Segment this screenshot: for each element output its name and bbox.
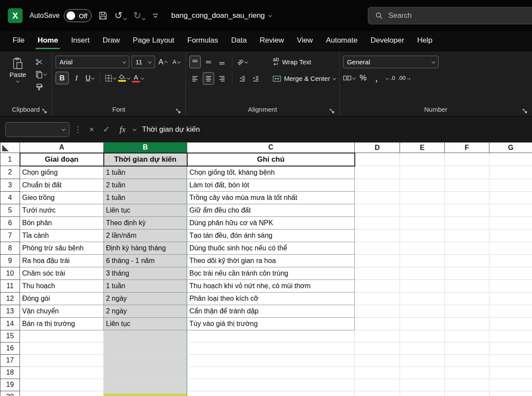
row-header-18[interactable]: 18 (0, 366, 20, 379)
cell-C20[interactable] (187, 391, 355, 396)
cell-B11[interactable]: 1 tuần (104, 280, 187, 292)
cell-D18[interactable] (355, 366, 400, 379)
cell-F19[interactable] (445, 379, 489, 391)
cell-B12[interactable]: 2 ngày (104, 292, 187, 305)
cell-F8[interactable] (445, 242, 489, 254)
cell-G15[interactable] (489, 330, 532, 342)
cell-B19[interactable] (104, 379, 187, 391)
cell-B18[interactable] (104, 366, 187, 379)
cell-G7[interactable] (489, 229, 532, 242)
cell-B10[interactable]: 3 tháng (104, 267, 187, 280)
bold-button[interactable]: B (56, 72, 69, 84)
row-header-10[interactable]: 10 (0, 267, 20, 280)
cell-G9[interactable] (489, 254, 532, 267)
orientation-button[interactable]: ab (237, 56, 248, 68)
cell-E2[interactable] (400, 166, 445, 179)
cell-A20[interactable] (20, 391, 104, 396)
cell-D8[interactable] (355, 242, 400, 254)
cell-E11[interactable] (400, 280, 445, 292)
cell-B13[interactable]: 2 ngày (104, 305, 187, 317)
clipboard-dialog-launcher[interactable] (42, 108, 47, 114)
row-header-9[interactable]: 9 (0, 254, 20, 267)
cell-A10[interactable]: Chăm sóc trái (20, 267, 104, 280)
middle-align-button[interactable] (203, 56, 214, 68)
number-dialog-launcher[interactable] (522, 108, 528, 114)
formula-content[interactable]: Thời gian dự kiến (142, 125, 200, 134)
italic-button[interactable]: I (71, 72, 82, 84)
align-center-button[interactable] (203, 72, 214, 85)
align-right-button[interactable] (216, 72, 228, 85)
search-box[interactable]: Search (368, 7, 532, 24)
cut-button[interactable] (36, 57, 46, 66)
menu-tab-home[interactable]: Home (31, 31, 64, 51)
cell-F4[interactable] (445, 191, 489, 204)
row-header-3[interactable]: 3 (0, 179, 20, 191)
cell-C15[interactable] (187, 330, 355, 342)
cell-G20[interactable] (489, 391, 532, 396)
cell-A4[interactable]: Gieo trồng (20, 191, 104, 204)
cell-F7[interactable] (445, 229, 489, 242)
wrap-text-button[interactable]: ab↩ Wrap Text (273, 56, 336, 68)
number-format-select[interactable]: General (343, 56, 439, 68)
cell-A17[interactable] (20, 354, 104, 366)
cell-A13[interactable]: Vận chuyển (20, 305, 104, 317)
cell-E7[interactable] (400, 229, 445, 242)
cell-B7[interactable]: 2 lần/năm (104, 229, 187, 242)
cell-B1[interactable]: Thời gian dự kiến (104, 153, 187, 166)
font-size-select[interactable]: 11 (132, 56, 155, 68)
column-header-D[interactable]: D (355, 143, 400, 153)
row-header-20[interactable]: 20 (0, 391, 20, 396)
cell-A7[interactable]: Tỉa cành (20, 229, 104, 242)
cell-D15[interactable] (355, 330, 400, 342)
customize-quick-access-button[interactable] (152, 13, 159, 19)
cell-C13[interactable]: Cẩn thận để tránh dập (187, 305, 355, 317)
cell-A3[interactable]: Chuẩn bị đất (20, 179, 104, 191)
cell-A18[interactable] (20, 366, 104, 379)
cell-F11[interactable] (445, 280, 489, 292)
cell-E14[interactable] (400, 317, 445, 330)
cell-F3[interactable] (445, 179, 489, 191)
cell-G18[interactable] (489, 366, 532, 379)
cell-E17[interactable] (400, 354, 445, 366)
decrease-decimal-button[interactable]: .00→ (398, 72, 411, 84)
cell-G14[interactable] (489, 317, 532, 330)
cell-C19[interactable] (187, 379, 355, 391)
align-left-button[interactable] (189, 72, 201, 85)
percent-style-button[interactable]: % (357, 72, 369, 84)
fill-color-button[interactable] (118, 72, 130, 84)
alignment-dialog-launcher[interactable] (329, 108, 335, 114)
cell-D4[interactable] (355, 191, 400, 204)
cell-G6[interactable] (489, 216, 532, 229)
cell-C17[interactable] (187, 354, 355, 366)
cell-D14[interactable] (355, 317, 400, 330)
cell-F9[interactable] (445, 254, 489, 267)
cell-F5[interactable] (445, 204, 489, 216)
insert-function-button[interactable]: fx (116, 125, 129, 134)
column-header-A[interactable]: A (20, 143, 104, 153)
formula-expand-chevron-icon[interactable] (133, 127, 136, 130)
cell-E1[interactable] (400, 153, 445, 166)
cell-C10[interactable]: Bọc trái nếu cần tránh côn trùng (187, 267, 355, 280)
font-dialog-launcher[interactable] (175, 108, 181, 114)
column-header-E[interactable]: E (400, 143, 445, 153)
cell-D20[interactable] (355, 391, 400, 396)
cell-D5[interactable] (355, 204, 400, 216)
cell-B16[interactable] (104, 342, 187, 354)
cell-A11[interactable]: Thu hoạch (20, 280, 104, 292)
cell-D6[interactable] (355, 216, 400, 229)
cell-G3[interactable] (489, 179, 532, 191)
cell-E3[interactable] (400, 179, 445, 191)
cell-E4[interactable] (400, 191, 445, 204)
cell-G4[interactable] (489, 191, 532, 204)
menu-tab-file[interactable]: File (6, 31, 31, 51)
column-header-G[interactable]: G (489, 143, 532, 153)
cell-A8[interactable]: Phòng trừ sâu bệnh (20, 242, 104, 254)
cell-E6[interactable] (400, 216, 445, 229)
cell-E16[interactable] (400, 342, 445, 354)
cell-C11[interactable]: Thu hoạch khi vỏ nứt nhẹ, có mùi thơm (187, 280, 355, 292)
row-header-2[interactable]: 2 (0, 166, 20, 179)
cell-D7[interactable] (355, 229, 400, 242)
paste-button[interactable]: Paste (5, 56, 30, 106)
row-header-5[interactable]: 5 (0, 204, 20, 216)
row-header-17[interactable]: 17 (0, 354, 20, 366)
